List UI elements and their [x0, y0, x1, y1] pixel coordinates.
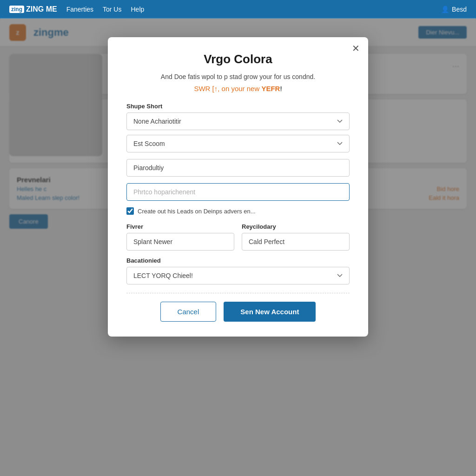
logo-icon: zing	[9, 6, 24, 13]
form-input2-section	[126, 183, 350, 201]
user-icon: 👤	[441, 6, 449, 13]
select-none-achar[interactable]: None Achariotitir	[126, 112, 350, 130]
highlight-suffix: !	[280, 85, 282, 93]
checkbox-create[interactable]	[126, 207, 134, 215]
nav-link-help[interactable]: Help	[131, 6, 144, 13]
highlight-prefix: SWR [↑, on your new	[194, 85, 261, 93]
form-section-label: Shupe Short None Achariotitir Est Scoom	[126, 103, 350, 152]
close-button[interactable]: ✕	[352, 44, 360, 53]
top-nav-user: 👤 Besd	[441, 6, 467, 13]
top-nav: zing ZING ME Fanerties Tor Us Help 👤 Bes…	[0, 0, 476, 19]
modal-highlight: SWR [↑, on your new YEFR!	[126, 85, 350, 93]
select-backend[interactable]: LECT YORQ Chieel!	[126, 267, 350, 284]
form-row-names: Fivrer Reycilodary	[126, 223, 350, 251]
cancel-button[interactable]: Cancel	[160, 302, 217, 322]
input-phrtco[interactable]	[126, 183, 350, 201]
top-nav-links: Fanerties Tor Us Help	[66, 6, 145, 13]
form-col-second: Reycilodary	[242, 223, 350, 251]
modal-divider	[126, 293, 350, 293]
form-backend-section: Bacationied LECT YORQ Chieel!	[126, 257, 350, 284]
first-label: Fivrer	[126, 223, 234, 230]
checkbox-row: Create out his Leads on Deinps advers en…	[126, 207, 350, 215]
form-section-heading: Shupe Short	[126, 103, 350, 110]
select-est-scoom[interactable]: Est Scoom	[126, 135, 350, 152]
highlight-word: YEFR	[261, 85, 280, 93]
modal-subtitle: And Doe fatis wpol to p stad grow your f…	[126, 72, 350, 82]
nav-link-torus[interactable]: Tor Us	[103, 6, 121, 13]
form-col-first: Fivrer	[126, 223, 234, 251]
modal-overlay: ✕ Vrgo Colora And Doe fatis wpol to p st…	[0, 19, 476, 476]
logo-text: ZING ME	[26, 5, 57, 13]
modal-dialog: ✕ Vrgo Colora And Doe fatis wpol to p st…	[108, 37, 368, 337]
submit-button[interactable]: Sen New Account	[224, 302, 316, 322]
checkbox-label: Create out his Leads on Deinps advers en…	[138, 208, 256, 215]
input-first[interactable]	[126, 233, 234, 251]
modal-title: Vrgo Colora	[126, 52, 350, 66]
user-label: Besd	[452, 6, 467, 13]
input-second[interactable]	[242, 233, 350, 251]
input-piarodultiy[interactable]	[126, 159, 350, 177]
form-input1-section	[126, 159, 350, 177]
backend-label: Bacationied	[126, 257, 350, 264]
second-label: Reycilodary	[242, 223, 350, 230]
top-nav-logo: zing ZING ME	[9, 5, 57, 13]
modal-actions: Cancel Sen New Account	[126, 302, 350, 322]
nav-link-fanerties[interactable]: Fanerties	[66, 6, 93, 13]
